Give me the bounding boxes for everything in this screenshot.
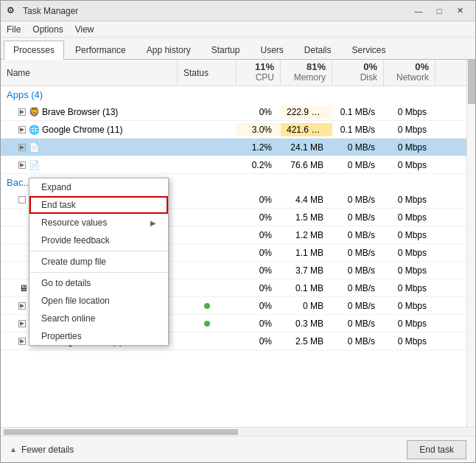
expand-icon[interactable]: ▶ [18,302,26,310]
cell-status [178,128,237,131]
menu-file[interactable]: File [1,23,27,36]
cell-status [178,302,237,310]
cell-memory: 0 MB [281,299,332,313]
expand-icon[interactable] [18,196,26,203]
status-dot [204,321,210,327]
cell-status [178,164,237,167]
cell-network: 0 Mbps [384,141,435,154]
tab-processes[interactable]: Processes [4,41,64,60]
menu-view[interactable]: View [69,23,100,36]
cell-memory: 222.9 MB [281,105,332,119]
expand-icon[interactable]: ▶ [18,126,26,133]
ctx-search-online[interactable]: Search online [29,310,168,327]
col-header-network[interactable]: 0% Network [384,60,435,86]
cell-cpu: 0% [237,264,281,277]
h-scroll-track[interactable] [4,429,472,435]
tab-performance[interactable]: Performance [66,40,136,59]
cell-disk: 0 MB/s [332,193,384,206]
cell-memory: 0.1 MB [281,282,332,295]
main-content: Name Status 11% CPU 81% Memory 0% Disk 0… [1,60,475,427]
ctx-provide-feedback[interactable]: Provide feedback [29,232,168,249]
cell-cpu: 0% [237,105,281,119]
cell-memory: 1.2 MB [281,229,332,242]
chrome-icon: 🌐 [29,125,39,135]
cell-status [178,287,237,290]
features-icon: 🖥 [18,283,29,293]
table-row[interactable]: ▶ 🦁 Brave Browser (13) 0% 222.9 MB 0.1 M… [1,103,475,121]
ctx-create-dump[interactable]: Create dump file [29,253,168,271]
cell-cpu: 0% [237,211,281,224]
cell-network: 0 Mbps [384,264,435,277]
brave-icon: 🦁 [29,107,39,117]
tab-services[interactable]: Services [343,40,396,59]
expand-icon[interactable]: ▶ [18,108,26,116]
cell-memory: 76.6 MB [281,159,332,172]
scrollbar[interactable] [466,60,475,427]
cell-cpu: 0.2% [237,159,281,172]
menu-options[interactable]: Options [27,23,69,36]
cell-memory: 3.7 MB [281,264,332,277]
cell-name-brave: ▶ 🦁 Brave Browser (13) [1,105,178,119]
cell-network: 0 Mbps [384,246,435,260]
expand-icon[interactable]: ▶ [18,144,26,151]
scroll-thumb[interactable] [468,60,475,104]
table-row[interactable]: ▶ 🌐 Google Chrome (11) 3.0% 421.6 MB 0.1… [1,121,475,139]
menu-bar: File Options View [1,21,475,38]
up-arrow-icon: ▲ [10,445,17,453]
tab-app-history[interactable]: App history [137,40,200,59]
ctx-resource-values[interactable]: Resource values ▶ [29,214,168,232]
table-row-context[interactable]: ▶ 📄 1.2% 24.1 MB 0 MB/s 0 Mbps [1,139,475,156]
title-bar: ⚙ Task Manager — □ ✕ [1,1,475,21]
tab-details[interactable]: Details [295,40,341,59]
horizontal-scrollbar[interactable] [1,427,475,436]
cell-cpu: 0% [237,317,281,330]
cell-cpu: 0% [237,335,281,348]
cell-network: 0 Mbps [384,211,435,224]
end-task-button[interactable]: End task [407,440,466,459]
group-header-apps: Apps (4) [1,86,475,103]
cell-network: 0 Mbps [384,105,435,119]
expand-icon[interactable]: ▶ [18,161,26,169]
ctx-separator1 [29,251,168,251]
ctx-open-file-location[interactable]: Open file location [29,292,168,310]
ctx-end-task[interactable]: End task [29,196,168,214]
cell-network: 0 Mbps [384,159,435,172]
ctx-go-to-details[interactable]: Go to details [29,274,168,292]
cell-network: 0 Mbps [384,299,435,313]
cell-disk: 0 MB/s [332,246,384,260]
expand-icon[interactable]: ▶ [18,320,26,327]
ctx-properties[interactable]: Properties [29,327,168,345]
tab-users[interactable]: Users [251,40,293,59]
table-header: Name Status 11% CPU 81% Memory 0% Disk 0… [1,60,475,86]
col-header-cpu[interactable]: 11% CPU [237,60,281,86]
cell-status [178,234,237,237]
cell-disk: 0 MB/s [332,141,384,154]
cell-network: 0 Mbps [384,282,435,295]
cell-disk: 0 MB/s [332,159,384,172]
ctx-expand[interactable]: Expand [29,178,168,196]
cell-name-chrome: ▶ 🌐 Google Chrome (11) [1,123,178,136]
cell-name-row4: ▶ 📄 [1,159,178,172]
cell-cpu: 0% [237,193,281,206]
col-header-name[interactable]: Name [1,60,178,86]
maximize-button[interactable]: □ [430,4,449,18]
expand-icon[interactable]: ▶ [18,338,26,345]
window-controls: — □ ✕ [409,4,469,18]
cell-status [178,319,237,328]
title-bar-left: ⚙ Task Manager [7,5,78,17]
cell-disk: 0 MB/s [332,229,384,242]
table-row[interactable]: ▶ 📄 0.2% 76.6 MB 0 MB/s 0 Mbps [1,156,475,174]
col-header-memory[interactable]: 81% Memory [281,60,332,86]
minimize-button[interactable]: — [409,4,428,18]
status-dot [204,303,210,309]
cell-cpu: 0% [237,282,281,295]
close-button[interactable]: ✕ [450,4,469,18]
cell-name-contextrow: ▶ 📄 [1,141,178,154]
cell-memory: 421.6 MB [281,123,332,136]
cell-disk: 0 MB/s [332,299,384,313]
tab-startup[interactable]: Startup [202,40,250,59]
h-scroll-thumb[interactable] [4,429,238,435]
col-header-disk[interactable]: 0% Disk [332,60,384,86]
col-header-status[interactable]: Status [178,60,237,86]
fewer-details-button[interactable]: ▲ Fewer details [10,445,74,455]
